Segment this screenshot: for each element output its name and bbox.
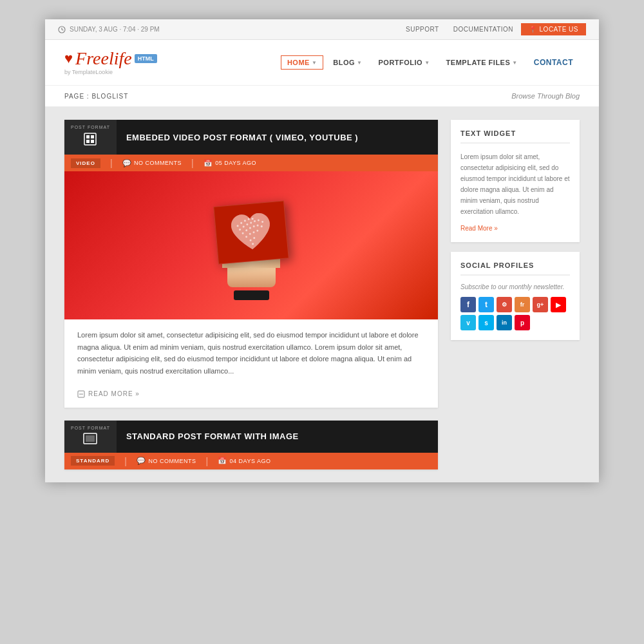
svg-rect-3 — [84, 133, 96, 145]
svg-rect-5 — [91, 135, 94, 138]
svg-rect-7 — [91, 140, 94, 143]
logo-name: Freelife — [75, 50, 132, 68]
comment-icon-1: 💬 — [122, 159, 132, 167]
browse-text: Browse Through Blog — [511, 92, 580, 100]
linkedin-icon[interactable]: in — [497, 315, 512, 330]
heart-card — [213, 200, 289, 264]
social-widget: SOCIAL PROFILES Subscribe to our monthly… — [451, 252, 580, 340]
facebook-icon[interactable]: f — [460, 297, 476, 312]
breadcrumb-prefix: PAGE : — [64, 93, 91, 100]
text-widget-read-more[interactable]: Read More » — [460, 225, 498, 232]
post-title-area-1: EMBEDED VIDEO POST FORMAT ( VIMEO, YOUTU… — [117, 120, 438, 155]
top-bar-right: SUPPORT DOCUMENTATION 📍 LOCATE US — [399, 23, 586, 35]
svg-rect-4 — [86, 135, 90, 138]
logo[interactable]: ♥ Freelife HTML by TemplateLookie — [64, 50, 157, 75]
locate-label: LOCATE US — [540, 26, 578, 33]
post-card-2: POST FORMAT STANDARD POST FORMAT WITH IM… — [64, 421, 438, 469]
post-excerpt-1: Lorem ipsum dolor sit amet, consectetur … — [64, 319, 438, 387]
post-comments-1: 💬 NO COMMENTS — [122, 159, 182, 167]
portfolio-arrow-icon: ▼ — [424, 60, 430, 66]
logo-heart-icon: ♥ — [64, 50, 73, 67]
top-bar: SUNDAY, 3 AUG · 7:04 · 29 PM SUPPORT DOC… — [45, 19, 599, 40]
text-widget-content: Lorem ipsum dolor sit amet, consectetur … — [460, 151, 570, 217]
googleplus-icon[interactable]: ⚙ — [497, 297, 512, 312]
post-header-1: POST FORMAT EMBEDED VIDEO — [64, 120, 438, 155]
clock-icon — [58, 26, 66, 33]
post-title-area-2: STANDARD POST FORMAT WITH IMAGE — [117, 421, 438, 453]
locate-icon: 📍 — [529, 26, 537, 33]
heart-svg — [227, 210, 275, 256]
datetime-text: SUNDAY, 3 AUG · 7:04 · 29 PM — [70, 26, 160, 33]
svg-rect-36 — [86, 435, 95, 442]
post-type-tag-1: VIDEO — [71, 158, 100, 168]
post-comments-2: 💬 NO COMMENTS — [137, 457, 196, 465]
read-more-link-1[interactable]: READ MORE » — [64, 387, 438, 408]
twitter-icon[interactable]: t — [478, 297, 494, 312]
social-icons-container: f t ⚙ fr g+ ▶ v s in p — [460, 297, 570, 330]
locate-us-button[interactable]: 📍 LOCATE US — [521, 23, 586, 35]
comment-icon-2: 💬 — [137, 457, 146, 465]
text-widget-title: TEXT WIDGET — [460, 129, 570, 144]
nav-template-files[interactable]: TEMPLATE FILES ▼ — [440, 55, 524, 70]
post-title-2: STANDARD POST FORMAT WITH IMAGE — [126, 431, 299, 441]
home-arrow-icon: ▼ — [312, 60, 317, 66]
template-arrow-icon: ▼ — [512, 60, 517, 66]
breadcrumb: PAGE : BLOGLIST — [64, 93, 128, 100]
skype-icon[interactable]: s — [478, 315, 494, 330]
svg-rect-6 — [86, 140, 90, 143]
breadcrumb-page: BLOGLIST — [91, 93, 128, 100]
page-wrapper: SUNDAY, 3 AUG · 7:04 · 29 PM SUPPORT DOC… — [45, 19, 599, 482]
documentation-button[interactable]: DOCUMENTATION — [447, 23, 520, 35]
post-meta-bar-1: VIDEO | 💬 NO COMMENTS | 📅 05 DAYS AGO — [64, 155, 438, 171]
post-format-icon-1 — [83, 132, 97, 149]
calendar-icon-1: 📅 — [204, 159, 213, 167]
nav-contact[interactable]: CONTACT — [527, 55, 580, 70]
blog-arrow-icon: ▼ — [357, 60, 362, 66]
social-widget-subtitle: Subscribe to our monthly newsletter. — [460, 283, 570, 290]
calendar-icon-2: 📅 — [218, 457, 227, 465]
nav-blog[interactable]: BLOG ▼ — [327, 55, 368, 70]
post-date-2: 📅 04 DAYS AGO — [218, 457, 270, 465]
post-format-icon-2 — [83, 433, 97, 448]
social-widget-title: SOCIAL PROFILES — [460, 261, 570, 276]
logo-area: ♥ Freelife HTML by TemplateLookie — [64, 50, 157, 75]
friendfeed-icon[interactable]: fr — [515, 297, 530, 312]
header: ♥ Freelife HTML by TemplateLookie HOME ▼… — [45, 40, 599, 86]
sidebar: TEXT WIDGET Lorem ipsum dolor sit amet, … — [451, 120, 580, 469]
post-image-1 — [64, 171, 438, 319]
content-area: POST FORMAT EMBEDED VIDEO — [64, 120, 438, 469]
logo-by: by TemplateLookie — [64, 69, 157, 75]
post-header-2: POST FORMAT STANDARD POST FORMAT WITH IM… — [64, 421, 438, 453]
svg-line-2 — [62, 30, 64, 30]
vimeo-icon[interactable]: v — [460, 315, 476, 330]
google-icon[interactable]: g+ — [533, 297, 548, 312]
post-format-label-1: POST FORMAT — [64, 120, 117, 155]
support-button[interactable]: SUPPORT — [399, 23, 446, 35]
main-nav: HOME ▼ BLOG ▼ PORTFOLIO ▼ TEMPLATE FILES… — [281, 55, 580, 70]
post-visual-1 — [216, 204, 287, 300]
post-card-1: POST FORMAT EMBEDED VIDEO — [64, 120, 438, 408]
text-widget: TEXT WIDGET Lorem ipsum dolor sit amet, … — [451, 120, 580, 242]
post-date-1: 📅 05 DAYS AGO — [204, 159, 256, 167]
post-format-label-2: POST FORMAT — [64, 421, 117, 453]
top-bar-left: SUNDAY, 3 AUG · 7:04 · 29 PM — [58, 26, 160, 33]
nav-home[interactable]: HOME ▼ — [281, 55, 323, 70]
post-format-text: POST FORMAT — [71, 125, 110, 129]
breadcrumb-bar: PAGE : BLOGLIST Browse Through Blog — [45, 86, 599, 107]
post-format-text-2: POST FORMAT — [71, 426, 110, 430]
post-title-1: EMBEDED VIDEO POST FORMAT ( VIMEO, YOUTU… — [126, 133, 358, 142]
read-more-icon-1 — [77, 390, 85, 398]
post-type-tag-2: STANDARD — [71, 456, 115, 466]
nav-portfolio[interactable]: PORTFOLIO ▼ — [372, 55, 437, 70]
post-meta-bar-2: STANDARD | 💬 NO COMMENTS | 📅 04 DAYS AGO — [64, 453, 438, 469]
html-badge: HTML — [135, 54, 157, 63]
youtube-icon[interactable]: ▶ — [551, 297, 566, 312]
main-content: POST FORMAT EMBEDED VIDEO — [45, 107, 599, 482]
pinterest-icon[interactable]: p — [515, 315, 530, 330]
